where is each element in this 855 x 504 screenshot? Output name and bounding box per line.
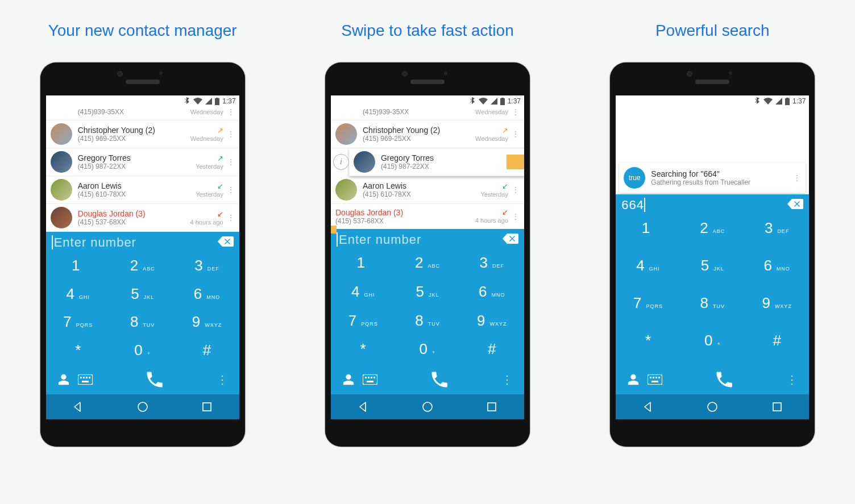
backspace-button[interactable] <box>218 236 234 249</box>
key-6[interactable]: 6MNO <box>175 282 239 310</box>
key-7[interactable]: 7PQRS <box>46 310 110 338</box>
key-8[interactable]: 8TUV <box>395 309 459 338</box>
call-row[interactable]: Aaron Lewis (415) 610-78XX ↙Yesterday ⋮ <box>331 176 524 204</box>
contacts-icon[interactable] <box>342 373 355 386</box>
key-6[interactable]: 6MNO <box>745 253 809 291</box>
key-9[interactable]: 9WXYZ <box>460 309 524 338</box>
more-icon[interactable]: ⋮ <box>786 373 798 386</box>
key-7[interactable]: 7PQRS <box>331 309 395 338</box>
key-8[interactable]: 8TUV <box>680 291 745 328</box>
more-icon[interactable]: ⋮ <box>227 157 235 166</box>
keyboard-icon[interactable] <box>78 374 93 385</box>
dial-input[interactable]: Enter number <box>52 235 218 250</box>
key-3[interactable]: 3DEF <box>460 251 524 280</box>
key-1[interactable]: 1 <box>331 251 395 280</box>
key-2[interactable]: 2ABC <box>395 251 459 280</box>
key-9[interactable]: 9WXYZ <box>745 291 809 328</box>
call-button[interactable] <box>714 369 734 390</box>
call-row[interactable]: Gregory Torres (415) 987-22XX ↗Yesterday… <box>46 148 239 176</box>
key-9[interactable]: 9WXYZ <box>175 310 239 338</box>
svg-point-6 <box>138 402 147 411</box>
missed-icon: ↙ <box>217 210 223 218</box>
svg-rect-16 <box>648 374 662 385</box>
key-6[interactable]: 6MNO <box>460 280 524 309</box>
bluetooth-icon <box>470 97 476 105</box>
key-2[interactable]: 2ABC <box>110 253 175 282</box>
call-row[interactable]: Christopher Young (2) (415) 969-25XX ↗We… <box>46 120 239 148</box>
more-icon[interactable]: ⋮ <box>227 130 235 139</box>
key-star[interactable]: * <box>331 337 395 366</box>
battery-icon <box>215 98 219 105</box>
keypad: 1 2ABC 3DEF 4GHI 5JKL 6MNO 7PQRS 8TUV 9W… <box>616 216 809 366</box>
call-button[interactable] <box>144 369 165 390</box>
call-row[interactable]: Douglas Jordan (3) (415) 537-68XX ↙4 hou… <box>46 204 239 232</box>
nav-home-icon[interactable] <box>421 401 434 413</box>
incoming-icon: ↗ <box>217 155 223 162</box>
more-icon[interactable]: ⋮ <box>512 130 520 139</box>
key-5[interactable]: 5JKL <box>680 253 745 291</box>
more-icon[interactable]: ⋮ <box>227 213 235 222</box>
svg-rect-23 <box>773 403 781 411</box>
nav-recent-icon[interactable] <box>201 401 213 413</box>
recent-calls-list[interactable]: (415)939-35XX Wednesday ⋮ Christopher Yo… <box>46 107 239 232</box>
keyboard-icon[interactable] <box>648 374 662 385</box>
key-8[interactable]: 8TUV <box>110 310 175 338</box>
nav-back-icon[interactable] <box>72 401 84 413</box>
dial-input[interactable]: 664 <box>621 198 787 213</box>
android-nav-bar <box>331 394 524 419</box>
key-7[interactable]: 7PQRS <box>616 291 680 328</box>
contacts-icon[interactable] <box>57 373 70 386</box>
search-result-card[interactable]: true Searching for "664" Gathering resul… <box>619 163 806 193</box>
key-5[interactable]: 5JKL <box>110 282 175 310</box>
more-icon[interactable]: ⋮ <box>501 373 513 386</box>
call-row[interactable]: (415)939-35XX Wednesday ⋮ <box>331 107 524 120</box>
key-hash[interactable]: # <box>175 338 239 366</box>
nav-home-icon[interactable] <box>136 401 149 413</box>
backspace-button[interactable] <box>503 234 518 246</box>
more-icon[interactable]: ⋮ <box>512 212 520 221</box>
key-1[interactable]: 1 <box>616 216 680 253</box>
key-star[interactable]: * <box>46 338 110 366</box>
key-0[interactable]: 0+ <box>680 328 745 366</box>
call-row-swiped-left[interactable]: Douglas Jordan (3) (415) 537-68XX ↙4 hou… <box>331 204 524 229</box>
call-row[interactable]: Aaron Lewis (415) 610-78XX ↙Yesterday ⋮ <box>46 176 239 204</box>
phone-frame: 1:37 true Searching for "664" Gathering … <box>610 63 815 447</box>
call-row[interactable]: Christopher Young (2) (415) 969-25XX ↗We… <box>331 120 524 148</box>
call-row[interactable]: (415)939-35XX Wednesday ⋮ <box>46 107 239 120</box>
search-status-line: Searching for "664" <box>651 169 750 178</box>
backspace-button[interactable] <box>787 199 803 211</box>
svg-rect-2 <box>83 377 85 378</box>
dial-input[interactable]: Enter number <box>337 232 503 247</box>
nav-back-icon[interactable] <box>357 401 370 413</box>
key-0[interactable]: 0+ <box>395 337 459 366</box>
nav-home-icon[interactable] <box>706 401 719 413</box>
nav-recent-icon[interactable] <box>771 401 783 413</box>
more-icon[interactable]: ⋮ <box>793 173 801 182</box>
more-icon[interactable]: ⋮ <box>227 107 235 116</box>
key-4[interactable]: 4GHI <box>331 280 395 309</box>
key-star[interactable]: * <box>616 328 680 366</box>
recent-calls-list[interactable]: (415)939-35XX Wednesday ⋮ Christopher Yo… <box>331 107 524 229</box>
call-row-swiped-right[interactable]: i Gregory Torres (415) 987-22XX <box>349 148 524 176</box>
call-button[interactable] <box>429 369 450 390</box>
info-icon[interactable]: i <box>333 154 349 170</box>
more-icon[interactable]: ⋮ <box>227 185 235 194</box>
key-2[interactable]: 2ABC <box>680 216 745 253</box>
nav-recent-icon[interactable] <box>485 401 498 413</box>
nav-back-icon[interactable] <box>642 401 654 413</box>
key-0[interactable]: 0+ <box>110 338 175 366</box>
svg-rect-5 <box>82 381 89 382</box>
key-5[interactable]: 5JKL <box>395 280 459 309</box>
key-4[interactable]: 4GHI <box>616 253 680 291</box>
contacts-icon[interactable] <box>627 373 640 386</box>
key-4[interactable]: 4GHI <box>46 282 110 310</box>
keyboard-icon[interactable] <box>363 374 377 385</box>
key-hash[interactable]: # <box>460 337 524 366</box>
key-1[interactable]: 1 <box>46 253 110 282</box>
key-3[interactable]: 3DEF <box>745 216 809 253</box>
more-icon[interactable]: ⋮ <box>512 107 520 116</box>
more-icon[interactable]: ⋮ <box>217 373 228 386</box>
more-icon[interactable]: ⋮ <box>512 185 520 194</box>
key-hash[interactable]: # <box>745 328 809 366</box>
key-3[interactable]: 3DEF <box>175 253 239 282</box>
